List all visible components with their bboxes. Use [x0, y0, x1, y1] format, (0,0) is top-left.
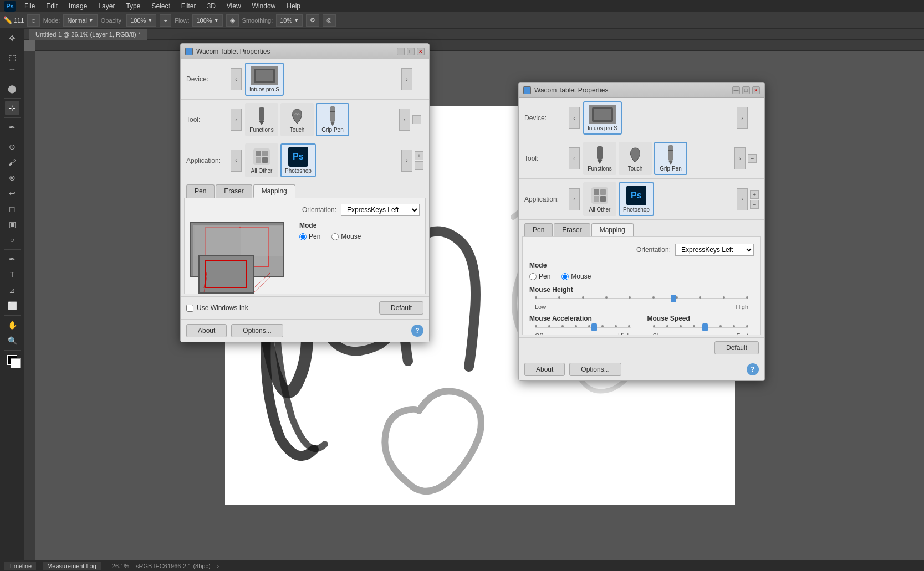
- dialog2-maximize-btn[interactable]: □: [742, 86, 750, 94]
- menu-select[interactable]: Select: [147, 1, 174, 11]
- dialog2-tab-eraser[interactable]: Eraser: [554, 223, 590, 236]
- menu-window[interactable]: Window: [248, 1, 280, 11]
- shape-tool[interactable]: ⬜: [5, 299, 19, 313]
- hand-tool[interactable]: ✋: [5, 318, 19, 332]
- menu-3d[interactable]: 3D: [202, 1, 219, 11]
- dialog2-app-prev-btn[interactable]: ‹: [569, 188, 580, 210]
- dialog1-tab-eraser[interactable]: Eraser: [216, 184, 252, 198]
- dialog1-help-btn[interactable]: ?: [411, 325, 423, 337]
- move-tool[interactable]: ✥: [5, 31, 19, 45]
- smoothing-select[interactable]: 10% ▼: [276, 14, 303, 27]
- dialog2-device-next-btn[interactable]: ›: [737, 107, 748, 129]
- crop-tool[interactable]: ⊹: [5, 101, 19, 115]
- menu-image[interactable]: Image: [64, 1, 91, 11]
- dialog1-app-remove-btn[interactable]: −: [415, 161, 423, 170]
- dialog1-app-add-btn[interactable]: +: [415, 151, 423, 160]
- gradient-tool[interactable]: ▣: [5, 217, 19, 232]
- dialog2-mode-mouse-radio[interactable]: [561, 273, 569, 280]
- dialog1-mode-mouse-radio[interactable]: [331, 233, 339, 240]
- brush-selector[interactable]: ✏️ 111: [3, 16, 24, 24]
- canvas-tab[interactable]: Untitled-1 @ 26.1% (Layer 1, RGB/8) *: [29, 29, 147, 40]
- dialog1-tool-gripPen[interactable]: Grip Pen: [316, 103, 349, 136]
- dialog1-minimize-btn[interactable]: —: [397, 48, 405, 55]
- lasso-tool[interactable]: ⌒: [5, 66, 19, 80]
- dialog2-tab-mapping[interactable]: Mapping: [591, 223, 634, 236]
- dialog2-mouse-accel-thumb[interactable]: [591, 323, 597, 331]
- dialog2-device-prev-btn[interactable]: ‹: [569, 107, 580, 129]
- dialog2-tool-prev-btn[interactable]: ‹: [569, 147, 580, 169]
- dialog2-tool-touch[interactable]: Touch: [619, 142, 652, 175]
- dialog2-mode-mouse-option[interactable]: Mouse: [561, 272, 591, 280]
- dialog1-app-allother[interactable]: All Other: [245, 143, 278, 177]
- menu-help[interactable]: Help: [282, 1, 305, 11]
- menu-view[interactable]: View: [222, 1, 246, 11]
- dialog2-app-photoshop[interactable]: Ps Photoshop: [619, 182, 654, 216]
- stamp-tool[interactable]: ⊗: [5, 171, 19, 185]
- measurement-tab[interactable]: Measurement Log: [43, 562, 101, 570]
- marquee-tool[interactable]: ⬚: [5, 50, 19, 65]
- dialog1-tool-touch[interactable]: Touch: [280, 103, 314, 136]
- dialog2-about-btn[interactable]: About: [524, 363, 565, 376]
- dialog1-orient-select[interactable]: ExpressKeys Left: [341, 204, 420, 216]
- dialog2-tool-remove-btn[interactable]: −: [748, 154, 757, 163]
- dialog1-app-photoshop[interactable]: Ps Photoshop: [280, 143, 316, 177]
- type-tool[interactable]: T: [5, 268, 19, 282]
- dialog1-app-next-btn[interactable]: ›: [401, 150, 412, 172]
- dialog2-minimize-btn[interactable]: —: [732, 86, 740, 94]
- menu-type[interactable]: Type: [121, 1, 145, 11]
- dialog2-options-btn[interactable]: Options...: [569, 363, 621, 376]
- dialog2-help-btn[interactable]: ?: [747, 363, 759, 375]
- dialog2-app-allother[interactable]: All Other: [583, 182, 616, 216]
- dialog2-orient-select[interactable]: ExpressKeys Left: [675, 244, 754, 256]
- settings-btn[interactable]: ⚙: [306, 14, 319, 27]
- dialog2-device-intuos[interactable]: Intuos pro S: [583, 101, 622, 135]
- menu-edit[interactable]: Edit: [42, 1, 62, 11]
- dialog2-mode-pen-radio[interactable]: [529, 273, 537, 280]
- dialog1-options-btn[interactable]: Options...: [231, 324, 283, 337]
- history-tool[interactable]: ↩: [5, 186, 19, 200]
- dialog1-tab-mapping[interactable]: Mapping: [253, 184, 295, 198]
- path-tool[interactable]: ⊿: [5, 283, 19, 297]
- timeline-tab[interactable]: Timeline: [4, 562, 36, 570]
- dialog2-tool-next-btn[interactable]: ›: [734, 147, 746, 169]
- dialog1-maximize-btn[interactable]: □: [407, 48, 415, 55]
- quick-select-tool[interactable]: ⬤: [5, 81, 19, 96]
- dialog1-mode-mouse-option[interactable]: Mouse: [331, 233, 361, 240]
- pressure-btn[interactable]: ⌁: [160, 14, 171, 27]
- dialog1-device-prev-btn[interactable]: ‹: [231, 68, 242, 90]
- foreground-color[interactable]: [5, 353, 19, 367]
- dialog2-mouse-speed-thumb[interactable]: [702, 323, 708, 331]
- mode-select[interactable]: Normal ▼: [63, 14, 97, 27]
- zoom-tool[interactable]: 🔍: [5, 333, 19, 348]
- brush-icon-btn[interactable]: ○: [27, 14, 39, 27]
- dialog1-tool-add-btn[interactable]: −: [412, 115, 421, 124]
- dialog2-app-remove-btn[interactable]: −: [750, 200, 759, 209]
- eyedropper-tool[interactable]: ✒: [5, 120, 19, 135]
- dialog1-windows-ink-checkbox[interactable]: [186, 305, 193, 312]
- spot-heal-tool[interactable]: ⊙: [5, 140, 19, 154]
- dialog1-tool-prev-btn[interactable]: ‹: [231, 109, 242, 131]
- menu-file[interactable]: File: [20, 1, 39, 11]
- dialog2-app-next-btn[interactable]: ›: [737, 188, 748, 210]
- opacity-select[interactable]: 100% ▼: [126, 14, 156, 27]
- menu-filter[interactable]: Filter: [177, 1, 201, 11]
- dialog1-mode-pen-option[interactable]: Pen: [299, 233, 320, 240]
- airbrush-btn[interactable]: ◈: [226, 14, 239, 27]
- dialog1-tab-pen[interactable]: Pen: [186, 184, 215, 198]
- dialog1-device-next-btn[interactable]: ›: [401, 68, 412, 90]
- angle-btn[interactable]: ◎: [323, 14, 336, 27]
- dialog2-default-btn[interactable]: Default: [714, 341, 759, 354]
- dialog2-mode-pen-option[interactable]: Pen: [529, 272, 550, 280]
- dialog1-tool-next-btn[interactable]: ›: [399, 109, 410, 131]
- dialog1-mode-pen-radio[interactable]: [299, 233, 307, 240]
- pen-tool[interactable]: ✒: [5, 252, 19, 266]
- dialog1-default-btn[interactable]: Default: [379, 301, 423, 315]
- dialog2-app-add-btn[interactable]: +: [750, 190, 759, 199]
- menu-layer[interactable]: Layer: [94, 1, 119, 11]
- dialog2-close-btn[interactable]: ✕: [752, 86, 760, 94]
- eraser-tool[interactable]: ◻: [5, 202, 19, 216]
- dodge-tool[interactable]: ○: [5, 233, 19, 247]
- dialog1-device-intuos[interactable]: Intuos pro S: [245, 63, 284, 96]
- dialog1-app-prev-btn[interactable]: ‹: [231, 150, 242, 172]
- dialog1-about-btn[interactable]: About: [186, 324, 227, 337]
